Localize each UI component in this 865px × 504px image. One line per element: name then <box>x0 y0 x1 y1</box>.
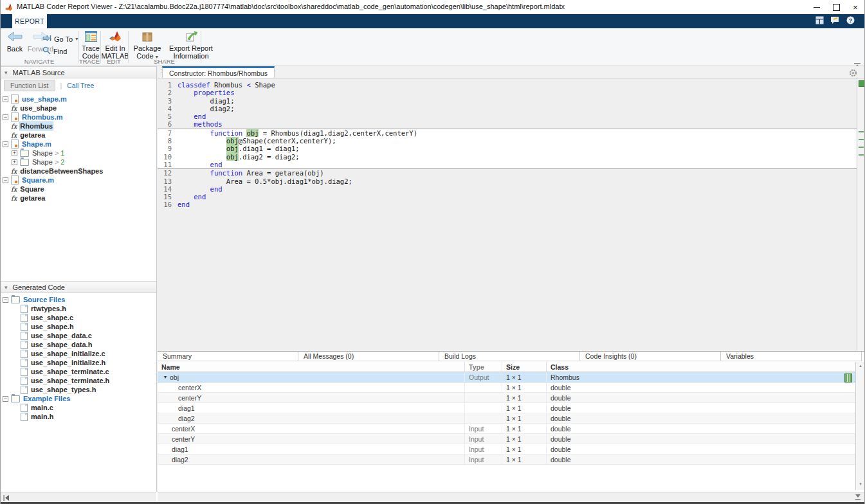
tab-call-tree[interactable]: Call Tree <box>67 82 94 89</box>
tree-item-label[interactable]: use_shape_types.h <box>31 386 96 393</box>
tree-item[interactable]: fxSquare <box>0 184 156 194</box>
tree-item[interactable]: fxuse_shape <box>0 104 156 113</box>
column-header-class[interactable]: Class <box>546 362 855 372</box>
tree-item-label[interactable]: Rhombus.m <box>22 113 63 121</box>
close-button[interactable]: × <box>846 0 865 14</box>
table-scrollbar[interactable]: ▴ ▾ <box>855 362 865 490</box>
tree-item[interactable]: main.c <box>0 403 156 412</box>
table-row[interactable]: diag11 × 1double <box>158 403 855 413</box>
scroll-down-icon[interactable]: ▾ <box>856 482 865 487</box>
tree-item[interactable]: rtwtypes.h <box>0 304 156 313</box>
tree-item[interactable]: use_shape_data.h <box>0 340 156 349</box>
back-button[interactable]: Back <box>3 31 27 53</box>
code-line[interactable]: 3 diag1; <box>158 97 857 105</box>
column-header-name[interactable]: Name <box>158 362 464 372</box>
trace-mark-icon[interactable] <box>859 147 864 148</box>
table-row[interactable]: diag21 × 1double <box>158 413 855 424</box>
tree-item[interactable]: fxgetarea <box>0 130 156 140</box>
bottom-tab-code-insights-[interactable]: Code Insights (0) <box>580 352 721 361</box>
code-line[interactable]: 5 end <box>158 113 857 120</box>
maximize-button[interactable] <box>826 0 846 14</box>
expanded-triangle-icon[interactable]: ▾ <box>164 374 170 380</box>
code-line[interactable]: 6 methods <box>158 120 857 128</box>
tree-item-label[interactable]: use_shape_data.h <box>31 341 92 348</box>
generated-code-header[interactable]: ▾ Generated Code <box>0 281 156 293</box>
feedback-icon[interactable] <box>830 15 840 27</box>
tree-item-label[interactable]: getarea <box>20 194 45 202</box>
tree-item[interactable]: use_shape_data.c <box>0 331 156 340</box>
tree-item-label[interactable]: Example Files <box>23 395 70 402</box>
find-button[interactable]: Find <box>42 46 67 56</box>
table-row[interactable]: diag1Input1 × 1double <box>158 444 855 455</box>
tree-item[interactable]: −Source Files <box>0 295 156 304</box>
tree-item[interactable]: fxdistanceBetweenShapes <box>0 166 156 176</box>
tree-item-label[interactable]: rtwtypes.h <box>31 305 66 312</box>
trace-mark-icon[interactable] <box>859 131 864 132</box>
tree-item-label[interactable]: Rhombus <box>20 122 53 130</box>
minimize-button[interactable] <box>807 0 826 14</box>
code-line[interactable]: 8 obj@Shape(centerX,centerY); <box>158 137 857 145</box>
variable-table-icon[interactable] <box>844 374 852 382</box>
edit-in-matlab-button[interactable]: Edit InMATLAB <box>103 31 127 60</box>
editor-tab-constructor[interactable]: Constructor: Rhombus/Rhombus <box>162 66 275 78</box>
table-row[interactable]: ▾objOutput1 × 1Rhombus <box>158 372 855 382</box>
code-line[interactable]: 7 function obj = Rhombus(diag1,diag2,cen… <box>158 129 857 137</box>
scroll-up-icon[interactable]: ▴ <box>856 363 865 368</box>
tree-item-label[interactable]: use_shape.c <box>31 314 73 321</box>
code-line[interactable]: 1classdef Rhombus < Shape <box>158 81 857 89</box>
collapse-box-icon[interactable]: − <box>3 141 8 147</box>
tree-item-label[interactable]: use_shape.m <box>22 95 67 103</box>
left-panel-hscrollbar[interactable] <box>0 492 156 502</box>
code-editor[interactable]: 1classdef Rhombus < Shape2 properties3 d… <box>158 78 857 351</box>
tree-item[interactable]: −use_shape.m <box>0 94 156 104</box>
tree-item-label[interactable]: Square <box>20 185 44 193</box>
column-header-size[interactable]: Size <box>502 362 546 372</box>
bottom-tab-all-messages-[interactable]: All Messages (0) <box>298 352 439 361</box>
main-panel-hscrollbar[interactable] <box>158 492 865 502</box>
code-line[interactable]: 10 obj.diag2 = diag2; <box>158 153 857 161</box>
tree-item[interactable]: main.h <box>0 412 156 421</box>
tree-item-label[interactable]: use_shape_initialize.h <box>31 359 105 366</box>
tree-item[interactable]: use_shape_terminate.h <box>0 376 156 385</box>
code-line[interactable]: 11 end <box>158 161 857 168</box>
tree-item[interactable]: fxRhombus <box>0 122 156 130</box>
code-line[interactable]: 13 Area = 0.5*obj.diag1*obj.diag2; <box>158 177 857 185</box>
tab-function-list[interactable]: Function List <box>4 80 55 91</box>
tree-item[interactable]: use_shape.c <box>0 313 156 322</box>
tree-item-label[interactable]: use_shape_terminate.h <box>31 377 109 384</box>
tree-item[interactable]: −Square.m <box>0 176 156 184</box>
table-row[interactable]: centerY1 × 1double <box>158 393 855 403</box>
tree-item-label[interactable]: distanceBetweenShapes <box>20 167 103 175</box>
tree-item-label[interactable]: use_shape.h <box>31 323 74 330</box>
tree-item-label[interactable]: use_shape_initialize.c <box>31 350 105 357</box>
tree-item-label[interactable]: Square.m <box>22 176 54 184</box>
tree-item-label[interactable]: getarea <box>20 131 45 139</box>
scroll-to-start-icon[interactable] <box>3 495 10 501</box>
table-row[interactable]: centerX1 × 1double <box>158 382 855 393</box>
matlab-source-header[interactable]: ▾ MATLAB Source <box>0 66 156 78</box>
package-code-button[interactable]: PackageCode ▾ <box>132 31 163 61</box>
tree-item[interactable]: −Example Files <box>0 394 156 403</box>
tree-item[interactable]: use_shape.h <box>0 322 156 331</box>
tree-item[interactable]: use_shape_initialize.c <box>0 349 156 358</box>
column-header-type[interactable]: Type <box>464 362 502 372</box>
tree-item-label[interactable]: use_shape <box>20 104 57 112</box>
trace-mark-icon[interactable] <box>859 139 864 140</box>
bottom-tab-summary[interactable]: Summary <box>158 352 298 361</box>
trace-code-button[interactable]: TraceCode <box>81 31 100 60</box>
code-line[interactable]: 16end <box>158 201 857 208</box>
tree-item[interactable]: +Shape > 1 <box>0 148 156 158</box>
code-line[interactable]: 9 obj.diag1 = diag1; <box>158 145 857 152</box>
tree-item[interactable]: −Rhombus.m <box>0 113 156 122</box>
tree-item-label[interactable]: Source Files <box>23 296 65 303</box>
table-row[interactable]: centerYInput1 × 1double <box>158 434 855 444</box>
bottom-tab-variables[interactable]: Variables <box>721 352 862 361</box>
goto-button[interactable]: Go To ▾ <box>42 35 78 43</box>
tree-item-label[interactable]: use_shape_terminate.c <box>31 368 109 375</box>
tree-item[interactable]: use_shape_initialize.h <box>0 358 156 367</box>
tree-item-label[interactable]: Shape > 2 <box>32 158 64 166</box>
collapse-box-icon[interactable]: − <box>3 114 8 120</box>
tree-item[interactable]: +Shape > 2 <box>0 158 156 166</box>
code-line[interactable]: 14 end <box>158 185 857 193</box>
tree-item-label[interactable]: Shape.m <box>22 140 51 148</box>
